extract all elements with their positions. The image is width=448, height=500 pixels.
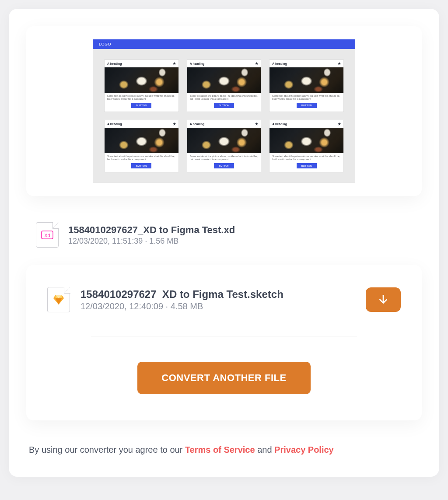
preview-card-button: BUTTON <box>131 163 151 168</box>
preview-card-button: BUTTON <box>297 103 317 108</box>
preview-card: A heading★Some text about the picture ab… <box>104 59 179 112</box>
preview-logo-text: LOGO <box>99 42 111 46</box>
footer-mid: and <box>255 445 274 455</box>
xd-file-icon: Xd <box>36 222 59 248</box>
meta-separator: · <box>163 301 171 311</box>
preview-card-text: Some text about the picture above, no id… <box>190 155 259 161</box>
star-icon: ★ <box>173 62 176 66</box>
convert-another-button[interactable]: CONVERT ANOTHER FILE <box>137 362 310 394</box>
sketch-file-icon <box>47 287 70 312</box>
preview-card-button: BUTTON <box>214 163 234 168</box>
preview-card-image <box>270 128 343 153</box>
preview-card-text: Some text about the picture above, no id… <box>272 155 341 161</box>
preview-card-text: Some text about the picture above, no id… <box>190 94 259 100</box>
source-file-row: Xd 1584010297627_XD to Figma Test.xd 12/… <box>26 222 422 248</box>
download-button[interactable] <box>366 287 401 312</box>
result-file-row: 1584010297627_XD to Figma Test.sketch 12… <box>47 287 401 312</box>
preview-card: A heading★Some text about the picture ab… <box>187 59 262 112</box>
preview-card-text: Some text about the picture above, no id… <box>107 155 176 161</box>
result-file-size: 4.58 MB <box>171 301 203 311</box>
star-icon: ★ <box>338 122 341 126</box>
source-file-size: 1.56 MB <box>149 237 178 245</box>
preview-card-text: Some text about the picture above, no id… <box>107 94 176 100</box>
preview-logo-bar: LOGO <box>93 39 355 49</box>
preview-card-button: BUTTON <box>214 103 234 108</box>
result-file-date: 12/03/2020, 12:40:09 <box>80 301 163 311</box>
source-file-info: 1584010297627_XD to Figma Test.xd 12/03/… <box>68 224 235 246</box>
preview-card-heading: A heading <box>272 122 287 126</box>
preview-card-text: Some text about the picture above, no id… <box>272 94 341 100</box>
preview-card-heading: A heading <box>190 62 205 65</box>
preview-card-image <box>105 67 178 93</box>
preview-card-image <box>105 128 178 153</box>
privacy-policy-link[interactable]: Privacy Policy <box>274 445 334 455</box>
meta-separator: · <box>143 237 149 245</box>
preview-card-heading: A heading <box>107 122 122 126</box>
preview-card-heading: A heading <box>190 122 205 126</box>
preview-card-image <box>187 67 261 93</box>
source-file-date: 12/03/2020, 11:51:39 <box>68 237 143 245</box>
result-file-meta: 12/03/2020, 12:40:09 · 4.58 MB <box>80 301 284 311</box>
divider <box>91 336 357 336</box>
source-file-name: 1584010297627_XD to Figma Test.xd <box>68 224 235 236</box>
footer-text: By using our converter you agree to our … <box>26 445 422 455</box>
svg-marker-4 <box>53 295 56 298</box>
preview-panel: LOGO A heading★Some text about the pictu… <box>26 26 422 196</box>
main-card: LOGO A heading★Some text about the pictu… <box>9 9 439 477</box>
preview-card-heading: A heading <box>107 62 122 65</box>
preview-card: A heading★Some text about the picture ab… <box>187 120 262 172</box>
preview-grid: A heading★Some text about the picture ab… <box>93 49 355 183</box>
preview-card-image <box>187 128 261 153</box>
terms-of-service-link[interactable]: Terms of Service <box>185 445 255 455</box>
preview-card-image <box>270 67 343 93</box>
preview-card-heading: A heading <box>272 62 287 65</box>
preview-mockup: LOGO A heading★Some text about the pictu… <box>93 39 355 183</box>
preview-card-button: BUTTON <box>297 163 317 168</box>
footer-prefix: By using our converter you agree to our <box>29 445 185 455</box>
result-panel: 1584010297627_XD to Figma Test.sketch 12… <box>26 265 422 420</box>
star-icon: ★ <box>173 122 176 126</box>
preview-card: A heading★Some text about the picture ab… <box>269 59 344 112</box>
svg-text:Xd: Xd <box>44 233 50 238</box>
result-file-name: 1584010297627_XD to Figma Test.sketch <box>80 288 284 301</box>
preview-card-button: BUTTON <box>131 103 151 108</box>
star-icon: ★ <box>338 62 341 66</box>
source-file-meta: 12/03/2020, 11:51:39 · 1.56 MB <box>68 237 235 246</box>
star-icon: ★ <box>255 122 258 126</box>
preview-card: A heading★Some text about the picture ab… <box>269 120 344 172</box>
star-icon: ★ <box>255 62 258 66</box>
svg-marker-5 <box>62 295 64 298</box>
download-icon <box>378 294 389 305</box>
result-file-info: 1584010297627_XD to Figma Test.sketch 12… <box>80 288 284 311</box>
preview-card: A heading★Some text about the picture ab… <box>104 120 179 172</box>
